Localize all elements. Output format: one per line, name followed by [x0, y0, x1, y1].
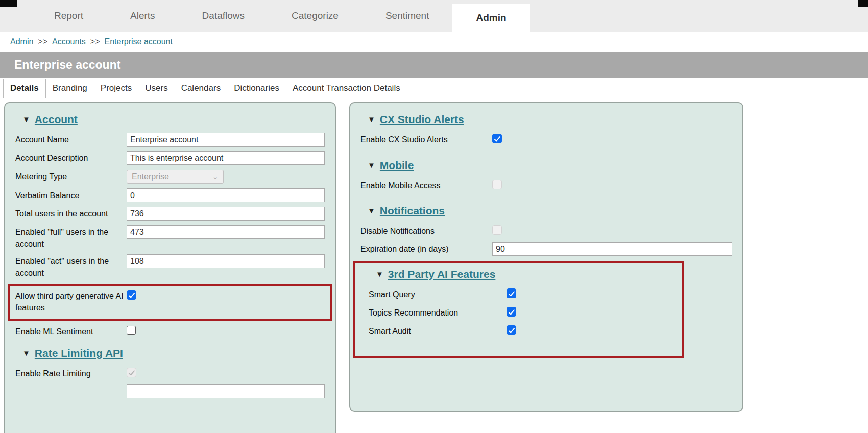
tab-dictionaries[interactable]: Dictionaries [227, 79, 286, 98]
account-name-label: Account Name [15, 133, 127, 146]
tab-users[interactable]: Users [138, 79, 174, 98]
act-users-label: Enabled "act" users in the account [15, 254, 127, 279]
tab-details[interactable]: Details [3, 79, 46, 98]
section-cx-studio-alerts[interactable]: ▼CX Studio Alerts [368, 113, 732, 126]
section-mobile[interactable]: ▼Mobile [368, 159, 732, 172]
topics-recommendation-label: Topics Recommendation [369, 306, 507, 319]
breadcrumb-current-link[interactable]: Enterprise account [105, 37, 173, 46]
chevron-down-icon: ⌄ [212, 172, 219, 181]
tab-branding[interactable]: Branding [46, 79, 94, 98]
allow-third-party-checkbox[interactable] [127, 290, 136, 300]
total-users-label: Total users in the account [15, 207, 127, 220]
smart-query-checkbox[interactable] [507, 288, 516, 298]
collapse-triangle-icon: ▼ [368, 115, 375, 124]
nav-tab-alerts[interactable]: Alerts [107, 0, 179, 32]
account-subtabs: Details Branding Projects Users Calendar… [0, 78, 868, 98]
enable-ml-sentiment-checkbox[interactable] [127, 326, 136, 335]
section-notifications-title: Notifications [380, 205, 445, 216]
details-content: ▼Account Account Name Account Descriptio… [0, 98, 868, 433]
enable-cx-alerts-checkbox[interactable] [492, 134, 502, 143]
field-account-name: Account Name [15, 133, 325, 147]
field-full-users: Enabled "full" users in the account [15, 225, 325, 250]
highlight-box-allow-third-party: Allow third party generative AI features [8, 284, 332, 321]
collapse-triangle-icon: ▼ [22, 349, 30, 357]
breadcrumb-separator: >> [90, 37, 100, 46]
field-total-users: Total users in the account [15, 207, 325, 221]
field-enable-cx-studio-alerts: Enable CX Studio Alerts [360, 133, 732, 146]
disable-notifications-checkbox[interactable] [492, 225, 502, 235]
collapse-triangle-icon: ▼ [368, 206, 375, 215]
breadcrumb: Admin >> Accounts >> Enterprise account [0, 32, 868, 52]
field-enable-mobile-access: Enable Mobile Access [360, 179, 732, 192]
nav-tab-admin[interactable]: Admin [452, 4, 529, 32]
field-allow-third-party: Allow third party generative AI features [15, 289, 325, 314]
enable-rate-limiting-checkbox [127, 368, 136, 377]
tab-account-transaction-details[interactable]: Account Transaction Details [286, 79, 407, 98]
account-name-input[interactable] [127, 133, 325, 147]
nav-tab-dataflows[interactable]: Dataflows [179, 0, 268, 32]
section-notifications[interactable]: ▼Notifications [368, 205, 732, 217]
breadcrumb-admin-link[interactable]: Admin [10, 37, 33, 46]
disable-notifications-label: Disable Notifications [360, 224, 492, 237]
verbatim-balance-input[interactable] [127, 188, 325, 202]
section-mobile-title: Mobile [380, 159, 414, 171]
section-cx-alerts-title: CX Studio Alerts [380, 113, 464, 125]
metering-type-label: Metering Type [15, 170, 127, 183]
enable-cx-alerts-label: Enable CX Studio Alerts [360, 133, 492, 146]
field-metering-type: Metering Type Enterprise ⌄ [15, 170, 325, 184]
section-ai-features-title: 3rd Party AI Features [388, 268, 495, 280]
field-rate-limit-value [15, 384, 325, 398]
section-rate-limiting-title: Rate Limiting API [35, 347, 123, 359]
expiration-date-label: Expiration date (in days) [360, 242, 492, 255]
section-account[interactable]: ▼Account [22, 113, 325, 126]
full-users-label: Enabled "full" users in the account [15, 225, 127, 250]
field-disable-notifications: Disable Notifications [360, 224, 732, 237]
field-enable-rate-limiting: Enable Rate Limiting [15, 367, 325, 380]
field-account-description: Account Description [15, 151, 325, 165]
allow-third-party-label: Allow third party generative AI features [15, 289, 127, 314]
field-smart-audit: Smart Audit [369, 324, 676, 338]
verbatim-balance-label: Verbatim Balance [15, 188, 127, 202]
field-act-users: Enabled "act" users in the account [15, 254, 325, 279]
window-corner-right [858, 0, 868, 7]
tab-calendars[interactable]: Calendars [175, 79, 228, 98]
metering-type-select[interactable]: Enterprise ⌄ [127, 170, 224, 184]
field-verbatim-balance: Verbatim Balance [15, 188, 325, 202]
collapse-triangle-icon: ▼ [368, 161, 375, 170]
account-description-input[interactable] [127, 151, 325, 165]
field-smart-query: Smart Query [369, 287, 676, 301]
top-navigation: Report Alerts Dataflows Categorize Senti… [0, 0, 868, 32]
tab-projects[interactable]: Projects [94, 79, 138, 98]
admin-screen: Report Alerts Dataflows Categorize Senti… [0, 0, 868, 433]
rate-limit-value-label [15, 384, 127, 386]
smart-query-label: Smart Query [369, 287, 507, 301]
field-enable-ml-sentiment: Enable ML Sentiment [15, 325, 325, 338]
field-topics-recommendation: Topics Recommendation [369, 306, 676, 319]
full-users-input[interactable] [127, 225, 325, 239]
total-users-input[interactable] [127, 207, 325, 221]
account-panel: ▼Account Account Name Account Descriptio… [4, 102, 336, 433]
nav-tab-sentiment[interactable]: Sentiment [362, 0, 453, 32]
page-title: Enterprise account [14, 58, 120, 72]
section-rate-limiting-api[interactable]: ▼Rate Limiting API [22, 347, 325, 359]
topics-recommendation-checkbox[interactable] [507, 307, 516, 317]
enable-mobile-access-label: Enable Mobile Access [360, 179, 492, 192]
collapse-triangle-icon: ▼ [376, 270, 383, 278]
breadcrumb-separator: >> [38, 37, 47, 46]
act-users-input[interactable] [127, 254, 325, 268]
smart-audit-checkbox[interactable] [507, 325, 516, 335]
breadcrumb-accounts-link[interactable]: Accounts [52, 37, 86, 46]
account-description-label: Account Description [15, 151, 127, 164]
rate-limit-input[interactable] [127, 384, 325, 398]
nav-tab-categorize[interactable]: Categorize [268, 0, 362, 32]
expiration-date-input[interactable] [492, 242, 732, 256]
collapse-triangle-icon: ▼ [22, 115, 30, 124]
window-corner-left [0, 0, 17, 7]
section-3rd-party-ai-features[interactable]: ▼3rd Party AI Features [376, 268, 676, 280]
smart-audit-label: Smart Audit [369, 324, 507, 338]
page-header: Enterprise account [0, 52, 868, 78]
section-account-title: Account [35, 113, 78, 125]
enable-mobile-access-checkbox[interactable] [492, 180, 502, 189]
enable-rate-limiting-label: Enable Rate Limiting [15, 367, 127, 380]
nav-tab-report[interactable]: Report [31, 0, 107, 32]
